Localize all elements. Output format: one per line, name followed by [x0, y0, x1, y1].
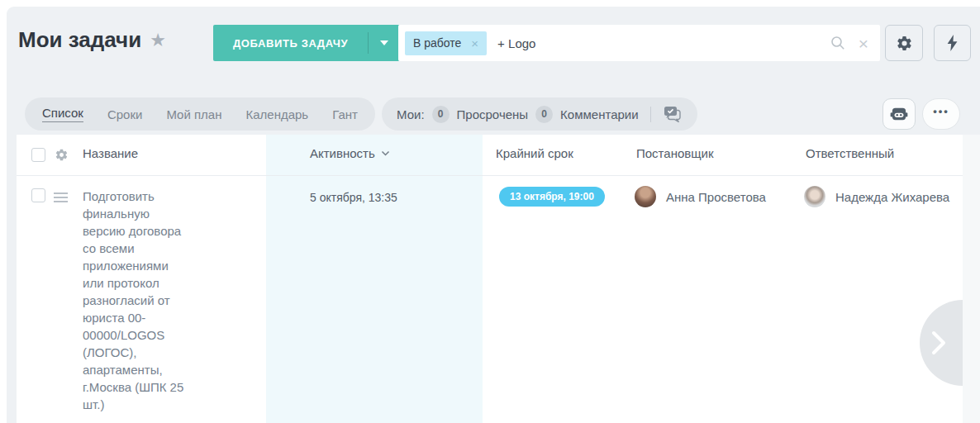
right-edge-strip [963, 135, 980, 423]
task-responsible[interactable]: Надежда Жихарева [804, 186, 949, 207]
search-filter-input[interactable]: В работе × + Logo × [398, 25, 880, 61]
column-header-activity[interactable]: Активность [310, 146, 390, 160]
column-header-deadline[interactable]: Крайний срок [496, 146, 573, 160]
chevron-down-icon [380, 40, 388, 45]
tab-my-plan[interactable]: Мой план [166, 107, 221, 121]
add-task-label[interactable]: ДОБАВИТЬ ЗАДАЧУ [213, 25, 368, 61]
comments-label[interactable]: Комментарии [560, 107, 638, 121]
creator-name[interactable]: Анна Просветова [666, 190, 766, 204]
row-checkbox[interactable] [31, 188, 45, 202]
add-task-button[interactable]: ДОБАВИТЬ ЗАДАЧУ [213, 25, 400, 61]
comments-read-button[interactable] [663, 106, 683, 123]
task-name-link[interactable]: Подготовить финальную версию договора со… [83, 188, 188, 413]
overdue-count-badge[interactable]: 0 [432, 106, 450, 123]
counters-divider [650, 107, 651, 122]
add-task-dropdown[interactable] [369, 25, 400, 61]
page-title: Мои задачи ★ [18, 27, 166, 53]
column-header-responsible[interactable]: Ответственный [806, 146, 894, 160]
task-activity-value: 5 октября, 13:35 [310, 191, 397, 204]
counters-bar: Мои: 0 Просрочены 0 Комментарии [382, 97, 697, 131]
tab-deadlines[interactable]: Сроки [107, 107, 142, 121]
grid-settings-button[interactable] [55, 148, 69, 162]
creator-avatar[interactable] [635, 186, 656, 207]
counters-prefix: Мои: [397, 107, 425, 121]
task-table: Название Активность Крайний срок Постано… [17, 135, 963, 423]
copilot-button[interactable] [882, 98, 916, 130]
task-deadline-badge[interactable]: 13 октября, 19:00 [499, 187, 605, 207]
task-creator[interactable]: Анна Просветова [635, 186, 766, 207]
chevron-right-icon [930, 330, 948, 356]
select-all-checkbox[interactable] [31, 148, 45, 162]
drag-handle-icon[interactable] [54, 192, 68, 194]
tab-calendar[interactable]: Календарь [245, 107, 308, 121]
search-clear-icon[interactable]: × [859, 35, 868, 52]
filter-settings-button[interactable] [885, 25, 923, 61]
tab-gantt[interactable]: Гант [332, 107, 358, 121]
filter-tag-in-progress[interactable]: В работе × [405, 31, 487, 55]
view-tabs: Список Сроки Мой план Календарь Гант [25, 97, 375, 131]
gear-icon [55, 148, 69, 162]
automation-button[interactable] [934, 25, 971, 61]
search-icon[interactable] [830, 36, 845, 50]
search-query-text[interactable]: + Logo [497, 36, 830, 50]
column-header-name[interactable]: Название [83, 146, 138, 160]
tab-list[interactable]: Список [42, 106, 83, 122]
comments-count-badge[interactable]: 0 [535, 106, 553, 123]
column-header-creator[interactable]: Постановщик [636, 146, 714, 160]
gear-icon [896, 35, 913, 52]
responsible-name[interactable]: Надежда Жихарева [835, 190, 949, 204]
header-divider [17, 175, 963, 176]
page-title-text: Мои задачи [18, 27, 141, 53]
filter-tag-label: В работе [413, 36, 461, 50]
favorite-star-icon[interactable]: ★ [150, 31, 166, 50]
chat-check-icon [663, 106, 683, 123]
more-options-button[interactable]: ••• [922, 98, 960, 130]
responsible-avatar[interactable] [804, 186, 825, 207]
robot-icon [890, 107, 908, 121]
lightning-bolt-icon [945, 35, 960, 51]
open-side-panel-button[interactable] [920, 300, 963, 386]
sort-desc-icon [381, 150, 390, 156]
sorted-column-highlight [266, 135, 483, 423]
filter-tag-remove-icon[interactable]: × [471, 37, 478, 50]
overdue-label[interactable]: Просрочены [457, 107, 529, 121]
